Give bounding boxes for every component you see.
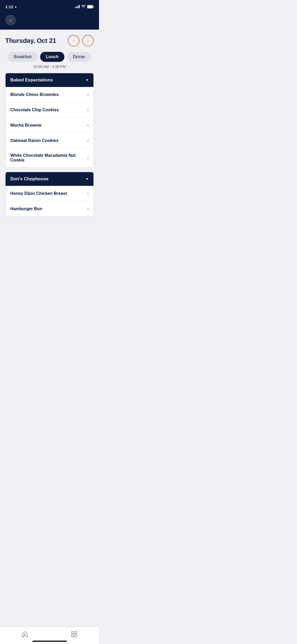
main-content: Thursday, Oct 21 ‹ › Breakfast Lunch Din… xyxy=(0,30,99,247)
time-range: 10:30 AM - 2:30 PM xyxy=(5,65,94,69)
section-expand-icon: ▼ xyxy=(86,78,89,82)
back-arrow-icon: ‹ xyxy=(10,18,11,22)
date-title: Thursday, Oct 21 xyxy=(5,37,56,44)
item-chevron-icon: › xyxy=(87,138,89,143)
section-title-baked-expectations: Baked Expectations xyxy=(10,77,53,83)
section-header-dons-chophouse[interactable]: Don's Chophouse ▼ xyxy=(6,172,93,186)
next-date-button[interactable]: › xyxy=(82,35,94,47)
battery-icon xyxy=(87,5,94,8)
item-name: Blonde Chess Brownies xyxy=(10,92,87,97)
location-icon: ▲ xyxy=(14,5,17,8)
item-chevron-icon: › xyxy=(87,206,89,211)
menu-item-white-chocolate-macadamia[interactable]: White Chocolate Macadamia Nut Cookie › xyxy=(6,148,93,167)
menu-item-blonde-chess-brownies[interactable]: Blonde Chess Brownies › xyxy=(6,87,93,102)
prev-date-icon: ‹ xyxy=(73,38,74,43)
item-name: Chocolate Chip Cookies xyxy=(10,108,87,112)
prev-date-button[interactable]: ‹ xyxy=(68,35,79,47)
menu-item-honey-dijon-chicken[interactable]: Honey Dijon Chicken Breast › xyxy=(6,186,93,201)
item-chevron-icon: › xyxy=(87,122,89,128)
item-chevron-icon: › xyxy=(87,92,89,97)
item-chevron-icon: › xyxy=(87,155,89,161)
item-name: Hamburger Bun xyxy=(10,206,87,211)
svg-rect-1 xyxy=(93,6,94,7)
menu-item-hamburger-bun[interactable]: Hamburger Bun › xyxy=(6,201,93,216)
item-chevron-icon: › xyxy=(87,107,89,113)
menu-section-baked-expectations: Baked Expectations ▼ Blonde Chess Browni… xyxy=(5,73,94,168)
menu-item-chocolate-chip-cookies[interactable]: Chocolate Chip Cookies › xyxy=(6,102,93,118)
item-name: Mocha Brownie xyxy=(10,123,87,128)
meal-tabs: Breakfast Lunch Dinner xyxy=(5,52,94,62)
item-name: Honey Dijon Chicken Breast xyxy=(10,191,87,196)
item-name: White Chocolate Macadamia Nut Cookie xyxy=(10,153,87,163)
tab-lunch[interactable]: Lunch xyxy=(40,52,64,62)
section-expand-icon: ▼ xyxy=(86,177,89,181)
status-icons xyxy=(75,5,94,8)
menu-item-oatmeal-raisin-cookies[interactable]: Oatmeal Raisin Cookies › xyxy=(6,133,93,148)
status-time: 1:12 ▲ xyxy=(5,4,17,9)
section-title-dons-chophouse: Don's Chophouse xyxy=(10,176,49,182)
status-bar: 1:12 ▲ xyxy=(0,0,99,12)
back-button[interactable]: ‹ xyxy=(5,15,16,25)
date-header: Thursday, Oct 21 ‹ › xyxy=(5,35,94,47)
next-date-icon: › xyxy=(87,38,88,43)
svg-rect-2 xyxy=(88,5,93,8)
time-display: 1:12 xyxy=(5,4,13,9)
tab-breakfast[interactable]: Breakfast xyxy=(8,52,37,62)
date-navigation: ‹ › xyxy=(68,35,94,47)
tab-dinner[interactable]: Dinner xyxy=(67,52,91,62)
menu-item-mocha-brownie[interactable]: Mocha Brownie › xyxy=(6,118,93,133)
item-name: Oatmeal Raisin Cookies xyxy=(10,138,87,143)
wifi-icon xyxy=(81,5,86,8)
section-header-baked-expectations[interactable]: Baked Expectations ▼ xyxy=(6,73,93,87)
item-chevron-icon: › xyxy=(87,191,89,196)
signal-icon xyxy=(75,5,80,8)
header-nav: ‹ xyxy=(0,12,99,30)
menu-section-dons-chophouse: Don's Chophouse ▼ Honey Dijon Chicken Br… xyxy=(5,172,94,217)
